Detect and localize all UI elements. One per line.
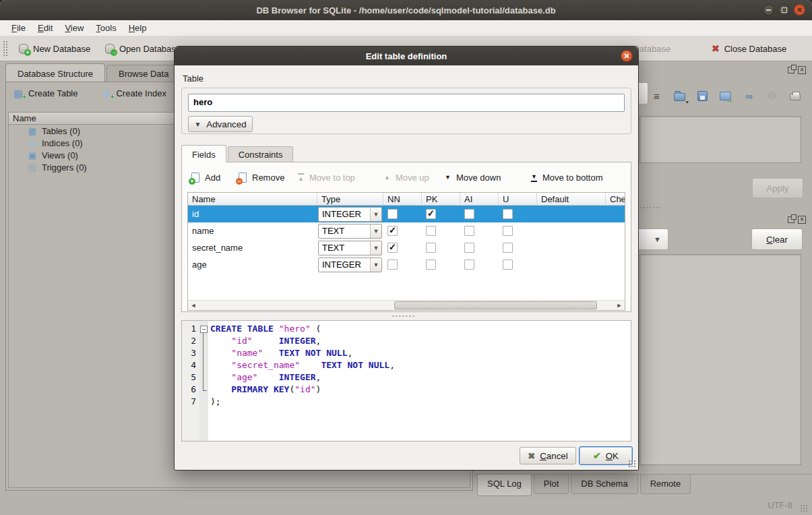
- checkbox-pk[interactable]: [426, 243, 436, 253]
- open-database-button[interactable]: Open Database: [101, 39, 185, 58]
- scroll-left-icon[interactable]: ◄: [188, 301, 199, 310]
- toolbar-drag-handle[interactable]: [3, 40, 7, 57]
- checkbox-u[interactable]: [503, 260, 513, 270]
- field-action-move-to-bottom[interactable]: ▼Move to bottom: [531, 169, 603, 186]
- apply-button[interactable]: Apply: [752, 178, 803, 198]
- dock-close-icon[interactable]: ✕: [798, 66, 806, 74]
- tab-browse-data[interactable]: Browse Data: [106, 65, 181, 82]
- dock-float-icon[interactable]: [788, 216, 794, 223]
- export-icon[interactable]: [719, 89, 732, 102]
- field-type-combo[interactable]: TEXT▼: [318, 224, 382, 239]
- column-header-pk[interactable]: PK: [422, 193, 460, 205]
- window-resize-grip[interactable]: [800, 504, 808, 512]
- dock-float-icon[interactable]: [788, 67, 794, 73]
- fold-marker-icon[interactable]: [199, 323, 208, 335]
- menu-file[interactable]: File: [5, 22, 32, 34]
- structure-toolbar: ▦+ Create Table ◈+ Create Index: [13, 88, 166, 98]
- sql-token: "secret_name": [231, 360, 300, 370]
- tab-fields[interactable]: Fields: [181, 145, 226, 162]
- print-icon[interactable]: [788, 89, 802, 102]
- advanced-button[interactable]: ▼ Advanced: [188, 116, 253, 132]
- checkbox-ai[interactable]: [464, 209, 474, 219]
- checkbox-pk[interactable]: [426, 226, 436, 236]
- clear-button[interactable]: Clear: [751, 229, 803, 250]
- field-row-age[interactable]: ageINTEGER▼: [188, 256, 625, 273]
- checkbox-nn[interactable]: [387, 209, 398, 219]
- field-ai-cell: [460, 239, 499, 256]
- sql-log-area[interactable]: [639, 254, 801, 465]
- set-null-icon[interactable]: ⊖: [766, 89, 779, 102]
- tab-db-schema[interactable]: DB Schema: [571, 475, 637, 494]
- link-icon[interactable]: ∞: [742, 89, 755, 102]
- save-icon[interactable]: [696, 89, 710, 102]
- field-action-move-up[interactable]: ▲Move up: [384, 169, 429, 186]
- tab-plot[interactable]: Plot: [534, 475, 569, 494]
- menu-edit[interactable]: Edit: [32, 22, 59, 34]
- tab-constraints[interactable]: Constraints: [228, 146, 294, 162]
- window-titlebar[interactable]: DB Browser for SQLite - /home/user/code/…: [0, 0, 812, 20]
- dock-splitter-handle[interactable]: [635, 206, 661, 209]
- column-header-nn[interactable]: NN: [383, 193, 422, 205]
- dialog-titlebar[interactable]: Edit table definition ✕: [175, 47, 638, 65]
- field-action-label: Move up: [396, 173, 429, 183]
- sql-code: "secret_name" TEXT NOT NULL,: [208, 359, 395, 371]
- close-database-button[interactable]: ✖ Close Database: [708, 39, 790, 58]
- checkbox-nn[interactable]: [387, 260, 398, 270]
- ok-button[interactable]: ✔ OK: [579, 446, 633, 465]
- minimize-icon[interactable]: [763, 4, 774, 16]
- field-type-combo[interactable]: INTEGER▼: [318, 258, 382, 272]
- create-table-button[interactable]: ▦+ Create Table: [13, 88, 77, 98]
- field-action-add[interactable]: Add: [191, 169, 220, 186]
- dialog-close-icon[interactable]: ✕: [621, 50, 633, 62]
- field-action-move-down[interactable]: ▼Move down: [445, 169, 501, 186]
- field-type-combo[interactable]: TEXT▼: [318, 241, 382, 255]
- dialog-resize-grip[interactable]: [628, 460, 636, 468]
- line-number: 7: [182, 396, 199, 408]
- column-header-default[interactable]: Default: [537, 193, 606, 205]
- grid-horizontal-scrollbar[interactable]: ◄ ►: [188, 300, 625, 310]
- field-row-id[interactable]: idINTEGER▼: [188, 206, 625, 222]
- checkbox-ai[interactable]: [464, 243, 474, 253]
- checkbox-u[interactable]: [503, 209, 513, 219]
- column-header-ai[interactable]: AI: [460, 193, 499, 205]
- field-action-remove[interactable]: Remove: [239, 169, 284, 186]
- dialog-splitter-handle[interactable]: [392, 315, 416, 317]
- cell-editor-area[interactable]: [639, 116, 801, 163]
- word-wrap-icon[interactable]: ≡: [650, 89, 663, 102]
- checkbox-nn[interactable]: [387, 226, 398, 236]
- field-type-combo[interactable]: INTEGER▼: [318, 207, 382, 222]
- cancel-button[interactable]: ✖ Cancel: [520, 447, 576, 464]
- sql-log-dock-controls: ✕: [788, 215, 806, 224]
- scroll-right-icon[interactable]: ►: [614, 301, 625, 310]
- tab-remote[interactable]: Remote: [640, 475, 691, 494]
- create-index-button[interactable]: ◈+ Create Index: [100, 88, 166, 98]
- maximize-icon[interactable]: [778, 4, 790, 16]
- tab-database-structure[interactable]: Database Structure: [5, 63, 105, 82]
- dock-close-icon[interactable]: ✕: [798, 216, 806, 224]
- table-name-input[interactable]: hero: [188, 94, 625, 112]
- scrollbar-thumb[interactable]: [394, 301, 598, 309]
- column-header-type[interactable]: Type: [317, 193, 383, 205]
- column-header-name[interactable]: Name: [188, 193, 317, 205]
- tab-sql-log[interactable]: SQL Log: [477, 475, 532, 496]
- menu-view[interactable]: View: [59, 22, 90, 34]
- checkbox-pk[interactable]: [426, 260, 436, 270]
- field-row-name[interactable]: nameTEXT▼: [188, 222, 625, 239]
- field-action-move-to-top[interactable]: ▲Move to top: [298, 169, 355, 186]
- close-icon[interactable]: [794, 4, 805, 16]
- checkbox-nn[interactable]: [387, 243, 398, 253]
- column-header-check[interactable]: Check: [606, 193, 625, 205]
- checkbox-ai[interactable]: [464, 260, 474, 270]
- checkbox-ai[interactable]: [464, 226, 474, 236]
- open-file-icon[interactable]: [673, 89, 686, 102]
- column-header-u[interactable]: U: [499, 193, 537, 205]
- checkbox-pk[interactable]: [426, 209, 436, 219]
- menu-help[interactable]: Help: [123, 22, 153, 34]
- sql-preview[interactable]: 1CREATE TABLE "hero" (2 "id" INTEGER,3 "…: [181, 320, 631, 442]
- checkbox-u[interactable]: [503, 243, 513, 253]
- field-row-secret-name[interactable]: secret_nameTEXT▼: [188, 239, 625, 256]
- tree-item-label: Tables (0): [42, 126, 80, 136]
- new-database-button[interactable]: New Database: [15, 39, 94, 58]
- menu-tools[interactable]: Tools: [90, 22, 122, 34]
- checkbox-u[interactable]: [503, 226, 513, 236]
